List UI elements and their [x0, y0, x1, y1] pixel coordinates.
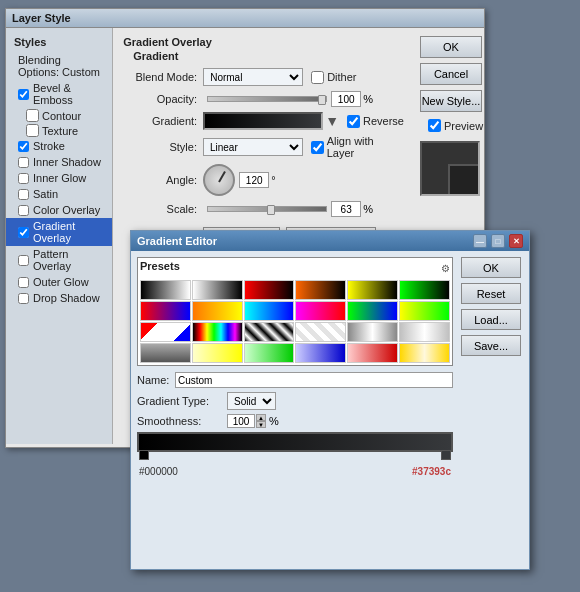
- preset-swatch-5[interactable]: [399, 280, 450, 300]
- dither-checkbox[interactable]: [311, 71, 324, 84]
- smoothness-label: Smoothness:: [137, 415, 227, 427]
- opacity-slider[interactable]: [207, 96, 327, 102]
- inner-shadow-checkbox[interactable]: [18, 157, 29, 168]
- inner-shadow-label: Inner Shadow: [33, 156, 101, 168]
- preset-swatch-17[interactable]: [399, 322, 450, 342]
- sidebar-item-color-overlay[interactable]: Color Overlay: [6, 202, 112, 218]
- drop-shadow-checkbox[interactable]: [18, 293, 29, 304]
- sidebar-item-gradient-overlay[interactable]: Gradient Overlay: [6, 218, 112, 246]
- style-row: Style: Linear Align with Layer: [123, 135, 404, 159]
- presets-gear-icon[interactable]: ⚙: [441, 263, 450, 274]
- ge-icon-close[interactable]: ✕: [509, 234, 523, 248]
- sidebar-item-blending[interactable]: Blending Options: Custom: [6, 52, 112, 80]
- gradient-dropdown-icon[interactable]: ▼: [325, 113, 339, 129]
- pattern-overlay-checkbox[interactable]: [18, 255, 29, 266]
- preview-label[interactable]: Preview: [428, 119, 478, 132]
- bevel-checkbox[interactable]: [18, 89, 29, 100]
- sidebar-sub-contour[interactable]: Contour: [6, 108, 112, 123]
- scale-thumb[interactable]: [267, 205, 275, 215]
- preset-swatch-16[interactable]: [347, 322, 398, 342]
- preset-swatch-22[interactable]: [347, 343, 398, 363]
- smoothness-up-arrow[interactable]: ▲: [256, 414, 266, 421]
- color-overlay-checkbox[interactable]: [18, 205, 29, 216]
- preset-swatch-14[interactable]: [244, 322, 295, 342]
- preset-swatch-11[interactable]: [399, 301, 450, 321]
- gradient-name-input[interactable]: [175, 372, 453, 388]
- preset-swatch-8[interactable]: [244, 301, 295, 321]
- blend-mode-select[interactable]: Normal: [203, 68, 303, 86]
- ge-save-button[interactable]: Save...: [461, 335, 521, 356]
- preset-swatch-2[interactable]: [244, 280, 295, 300]
- preset-swatch-19[interactable]: [192, 343, 243, 363]
- ge-reset-button[interactable]: Reset: [461, 283, 521, 304]
- gradient-bar[interactable]: [137, 432, 453, 452]
- sidebar-item-bevel[interactable]: Bevel & Emboss: [6, 80, 112, 108]
- gradient-overlay-checkbox[interactable]: [18, 227, 29, 238]
- preset-swatch-4[interactable]: [347, 280, 398, 300]
- angle-input[interactable]: [239, 172, 269, 188]
- opacity-thumb[interactable]: [318, 95, 326, 105]
- scale-input[interactable]: [331, 201, 361, 217]
- sidebar-item-inner-glow[interactable]: Inner Glow: [6, 170, 112, 186]
- inner-glow-checkbox[interactable]: [18, 173, 29, 184]
- preset-swatch-9[interactable]: [295, 301, 346, 321]
- ge-load-button[interactable]: Load...: [461, 309, 521, 330]
- dither-label[interactable]: Dither: [311, 71, 356, 84]
- opacity-label: Opacity:: [123, 93, 203, 105]
- sidebar-item-outer-glow[interactable]: Outer Glow: [6, 274, 112, 290]
- cancel-button[interactable]: Cancel: [420, 63, 482, 85]
- style-select[interactable]: Linear: [203, 138, 303, 156]
- angle-dial[interactable]: [203, 164, 235, 196]
- gradient-type-select[interactable]: Solid: [227, 392, 276, 410]
- sidebar-item-pattern-overlay[interactable]: Pattern Overlay: [6, 246, 112, 274]
- sidebar-item-inner-shadow[interactable]: Inner Shadow: [6, 154, 112, 170]
- stroke-checkbox[interactable]: [18, 141, 29, 152]
- sidebar-item-satin[interactable]: Satin: [6, 186, 112, 202]
- align-layer-checkbox[interactable]: [311, 141, 324, 154]
- right-color-stop[interactable]: [441, 450, 451, 460]
- opacity-input[interactable]: [331, 91, 361, 107]
- layer-style-title: Layer Style: [12, 12, 71, 24]
- ok-button[interactable]: OK: [420, 36, 482, 58]
- preset-swatch-15[interactable]: [295, 322, 346, 342]
- bevel-label: Bevel & Emboss: [33, 82, 104, 106]
- preview-checkbox[interactable]: [428, 119, 441, 132]
- ge-ok-button[interactable]: OK: [461, 257, 521, 278]
- left-color-stop[interactable]: [139, 450, 149, 460]
- new-style-button[interactable]: New Style...: [420, 90, 482, 112]
- pattern-overlay-label: Pattern Overlay: [33, 248, 104, 272]
- align-layer-label[interactable]: Align with Layer: [311, 135, 404, 159]
- preset-swatch-20[interactable]: [244, 343, 295, 363]
- preset-swatch-7[interactable]: [192, 301, 243, 321]
- smoothness-down-arrow[interactable]: ▼: [256, 421, 266, 428]
- preset-swatch-0[interactable]: [140, 280, 191, 300]
- preset-swatch-23[interactable]: [399, 343, 450, 363]
- degree-symbol: °: [271, 174, 275, 186]
- preset-swatch-1[interactable]: [192, 280, 243, 300]
- ge-icon-minimize[interactable]: —: [473, 234, 487, 248]
- satin-checkbox[interactable]: [18, 189, 29, 200]
- scale-slider[interactable]: [207, 206, 327, 212]
- smoothness-input[interactable]: [227, 414, 255, 428]
- ge-icon-maximize[interactable]: □: [491, 234, 505, 248]
- preset-swatch-12[interactable]: [140, 322, 191, 342]
- reverse-label[interactable]: Reverse: [347, 115, 404, 128]
- preset-swatch-21[interactable]: [295, 343, 346, 363]
- preset-swatch-10[interactable]: [347, 301, 398, 321]
- texture-checkbox[interactable]: [26, 124, 39, 137]
- preset-swatch-3[interactable]: [295, 280, 346, 300]
- contour-checkbox[interactable]: [26, 109, 39, 122]
- contour-label: Contour: [42, 110, 81, 122]
- reverse-checkbox[interactable]: [347, 115, 360, 128]
- sidebar-item-drop-shadow[interactable]: Drop Shadow: [6, 290, 112, 306]
- gradient-preview[interactable]: [203, 112, 323, 130]
- preset-swatch-18[interactable]: [140, 343, 191, 363]
- sidebar-sub-texture[interactable]: Texture: [6, 123, 112, 138]
- presets-grid: [140, 280, 450, 363]
- sidebar-item-stroke[interactable]: Stroke: [6, 138, 112, 154]
- gradient-type-row: Gradient Type: Solid: [137, 392, 453, 410]
- outer-glow-checkbox[interactable]: [18, 277, 29, 288]
- preset-swatch-6[interactable]: [140, 301, 191, 321]
- preset-swatch-13[interactable]: [192, 322, 243, 342]
- gradient-bar-container: [137, 432, 453, 452]
